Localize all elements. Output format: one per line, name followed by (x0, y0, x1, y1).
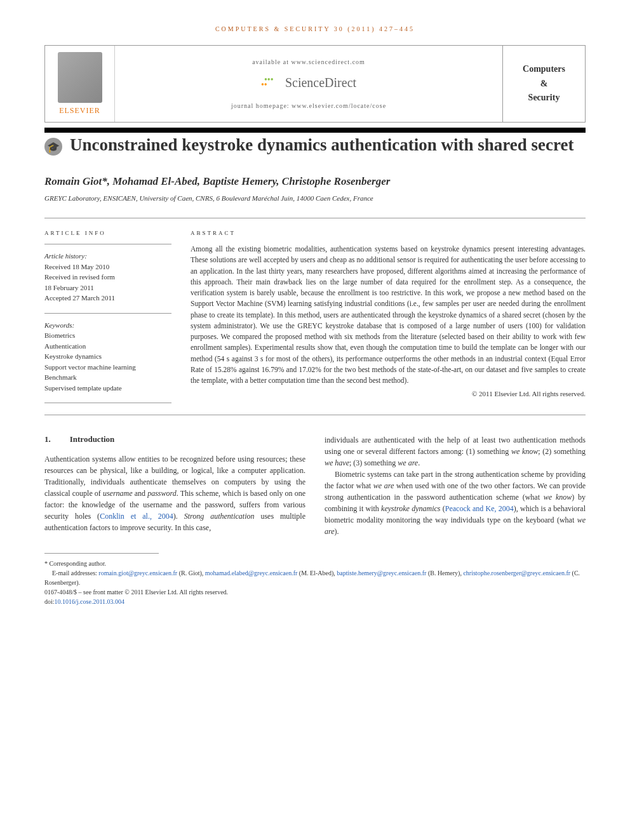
publisher-header-box: ELSEVIER available at www.sciencedirect.… (44, 45, 586, 123)
copyright-text: © 2011 Elsevier Ltd. All rights reserved… (191, 390, 586, 397)
emails-label: E-mail addresses: (52, 570, 98, 577)
article-info-column: ARTICLE INFO Article history: Received 1… (44, 230, 171, 403)
keyword-item: Benchmark (44, 372, 171, 383)
accepted-date: Accepted 27 March 2011 (44, 293, 171, 303)
section-title: Introduction (70, 434, 115, 444)
keyword-item: Supervised template update (44, 383, 171, 394)
text-italic: we know (511, 447, 538, 456)
text-italic: Strong authentication (184, 512, 255, 521)
text-italic: we are (398, 458, 418, 467)
footer-divider (44, 553, 159, 554)
abstract-heading: ABSTRACT (191, 230, 586, 236)
journal-homepage-text: journal homepage: www.elsevier.com/locat… (231, 102, 386, 109)
text-italic: we are (373, 481, 394, 490)
text-span: ). (173, 512, 184, 521)
email-link[interactable]: mohamad.elabed@greyc.ensicaen.fr (205, 570, 298, 577)
article-history-block: Article history: Received 18 May 2010 Re… (44, 251, 171, 303)
issn-copyright: 0167-4048/$ – see front matter © 2011 El… (44, 587, 586, 597)
article-title: Unconstrained keystroke dynamics authent… (70, 134, 586, 156)
intro-paragraph-right: individuals are authenticated with the h… (325, 434, 586, 537)
abstract-text: Among all the existing biometric modalit… (191, 244, 586, 386)
title-row: 🎓 Unconstrained keystroke dynamics authe… (44, 134, 586, 156)
email-link[interactable]: christophe.rosenberger@greyc.ensicaen.fr (463, 570, 570, 577)
email-link[interactable]: baptiste.hemery@greyc.ensicaen.fr (337, 570, 426, 577)
sciencedirect-text: ScienceDirect (285, 76, 356, 90)
keyword-item: Support vector machine learning (44, 362, 171, 373)
footer-block: * Corresponding author. E-mail addresses… (44, 559, 586, 606)
text-italic: we have (325, 458, 349, 467)
sciencedirect-block: available at www.sciencedirect.com Scien… (115, 46, 502, 122)
citation-link[interactable]: Conklin et al., 2004 (100, 512, 173, 521)
journal-header-citation: COMPUTERS & SECURITY 30 (2011) 427–445 (44, 25, 586, 32)
text-span: and (133, 489, 148, 498)
citation-link[interactable]: Peacock and Ke, 2004 (445, 504, 514, 513)
text-span: . (418, 458, 420, 467)
graduation-cap-icon: 🎓 (44, 138, 62, 156)
text-italic: password (147, 489, 177, 498)
doi-label: doi: (44, 598, 55, 605)
article-info-heading: ARTICLE INFO (44, 230, 171, 236)
section-heading-intro: 1.Introduction (44, 434, 305, 444)
authors-list: Romain Giot*, Mohamad El-Abed, Baptiste … (44, 175, 586, 188)
journal-name: Computers & Security (523, 62, 565, 105)
keyword-item: Biometrics (44, 330, 171, 341)
text-italic: keystroke dynamics (381, 504, 440, 513)
revised-date: 18 February 2011 (44, 283, 171, 293)
journal-name-box: Computers & Security (502, 46, 585, 122)
text-span: ; (3) something (349, 458, 398, 467)
corresponding-author: * Corresponding author. (44, 559, 586, 568)
elsevier-label: ELSEVIER (59, 106, 100, 116)
elsevier-tree-icon (58, 52, 102, 103)
journal-name-line3: Security (523, 91, 565, 105)
text-italic: we know (544, 493, 572, 502)
journal-name-line1: Computers (523, 62, 565, 76)
keywords-label: Keywords: (44, 320, 171, 331)
elsevier-logo-block: ELSEVIER (45, 46, 115, 122)
text-span: ). (335, 527, 339, 536)
revised-label: Received in revised form (44, 272, 171, 283)
section-number: 1. (44, 434, 51, 444)
keywords-block: Keywords: Biometrics Authentication Keys… (44, 320, 171, 394)
info-divider-2 (44, 313, 171, 314)
affiliation-text: GREYC Laboratory, ENSICAEN, University o… (44, 194, 586, 202)
text-span: (R. Giot), (177, 570, 205, 577)
text-italic: username (103, 489, 133, 498)
keyword-item: Authentication (44, 341, 171, 352)
body-column-left: 1.Introduction Authentication systems al… (44, 434, 305, 537)
history-label: Article history: (44, 251, 171, 262)
text-span: ; (2) something (538, 447, 586, 456)
keyword-item: Keystroke dynamics (44, 351, 171, 362)
doi-line: doi:10.1016/j.cose.2011.03.004 (44, 597, 586, 606)
journal-name-line2: & (523, 77, 565, 91)
abstract-column: ABSTRACT Among all the existing biometri… (191, 230, 586, 403)
received-date: Received 18 May 2010 (44, 262, 171, 272)
body-column-right: individuals are authenticated with the h… (325, 434, 586, 537)
text-span: (B. Hemery), (426, 570, 463, 577)
info-divider-1 (44, 244, 171, 244)
title-bar-decoration (44, 128, 586, 133)
text-span: (M. El-Abed), (297, 570, 337, 577)
intro-paragraph-left: Authentication systems allow entities to… (44, 453, 305, 533)
available-at-text: available at www.sciencedirect.com (252, 58, 365, 65)
doi-link[interactable]: 10.1016/j.cose.2011.03.004 (55, 598, 124, 605)
text-span: ( (440, 504, 445, 513)
email-list: E-mail addresses: romain.giot@greyc.ensi… (44, 568, 586, 587)
divider-bottom (44, 415, 586, 415)
body-columns: 1.Introduction Authentication systems al… (44, 434, 586, 537)
info-abstract-row: ARTICLE INFO Article history: Received 1… (44, 218, 586, 415)
info-divider-3 (44, 403, 171, 403)
sciencedirect-icon (261, 75, 280, 91)
sciencedirect-logo: ScienceDirect (261, 75, 356, 91)
email-link[interactable]: romain.giot@greyc.ensicaen.fr (98, 570, 177, 577)
